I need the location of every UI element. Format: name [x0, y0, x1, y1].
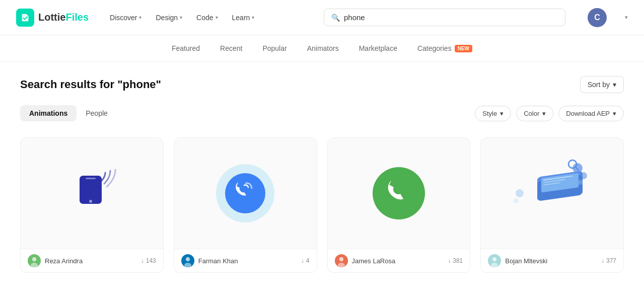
subnav: Featured Recent Popular Animators Market…	[0, 35, 644, 62]
subnav-animators[interactable]: Animators	[307, 42, 339, 54]
search-wrapper: 🔍	[324, 9, 565, 26]
card-2-preview	[174, 138, 317, 249]
card-3[interactable]: James LaRosa ↓ 381	[327, 137, 471, 273]
search-header: Search results for "phone" Sort by ▾	[20, 76, 624, 93]
tab-animations[interactable]: Animations	[20, 105, 77, 121]
card-4-avatar	[488, 254, 501, 267]
subnav-marketplace[interactable]: Marketplace	[359, 42, 397, 54]
download-icon: ↓	[141, 257, 144, 264]
svg-point-10	[373, 167, 425, 219]
search-title: Search results for "phone"	[20, 78, 161, 91]
card-4[interactable]: Bojan Mltevski ↓ 377	[480, 137, 624, 273]
sort-chevron-icon: ▾	[613, 81, 616, 89]
main-content: Search results for "phone" Sort by ▾ Ani…	[0, 62, 644, 287]
filter-buttons: Style ▾ Color ▾ Download AEP ▾	[475, 106, 624, 121]
phone-icon-2	[212, 161, 278, 226]
card-3-avatar	[335, 254, 348, 267]
download-aep-filter[interactable]: Download AEP ▾	[558, 106, 624, 121]
svg-point-24	[514, 198, 519, 203]
download-icon-4: ↓	[601, 257, 604, 264]
svg-point-8	[186, 257, 190, 261]
card-3-author: James LaRosa	[335, 254, 396, 267]
card-1-preview	[21, 138, 163, 249]
subnav-categories[interactable]: Categories NEW	[417, 42, 472, 54]
card-4-footer: Bojan Mltevski ↓ 377	[481, 249, 623, 272]
card-4-author: Bojan Mltevski	[488, 254, 547, 267]
svg-point-6	[225, 173, 265, 213]
card-1-author: Reza Arindra	[28, 254, 83, 267]
svg-rect-0	[86, 178, 96, 179]
subnav-popular[interactable]: Popular	[262, 42, 287, 54]
card-2-footer: Farman Khan ↓ 4	[174, 249, 317, 272]
search-input[interactable]	[344, 13, 558, 22]
phone-icon-3	[366, 161, 432, 226]
logo-icon	[16, 9, 34, 27]
download-icon-3: ↓	[448, 257, 451, 264]
code-chevron-icon: ▾	[216, 15, 218, 20]
search-box: 🔍	[324, 9, 565, 26]
design-chevron-icon: ▾	[180, 15, 182, 20]
svg-point-12	[339, 257, 343, 261]
user-avatar[interactable]: C	[588, 8, 607, 27]
logo[interactable]: LottieFiles	[16, 9, 89, 27]
discover-chevron-icon: ▾	[139, 15, 141, 20]
header: LottieFiles Discover ▾ Design ▾ Code ▾ L…	[0, 0, 644, 35]
subnav-featured[interactable]: Featured	[172, 42, 200, 54]
svg-point-1	[89, 200, 92, 203]
download-aep-chevron-icon: ▾	[613, 110, 616, 117]
new-badge: NEW	[455, 45, 472, 52]
phone-icon-1	[64, 166, 119, 221]
card-1-footer: Reza Arindra ↓ 143	[21, 249, 163, 272]
color-chevron-icon: ▾	[542, 110, 546, 117]
card-4-preview	[481, 138, 623, 249]
avatar-chevron-icon[interactable]: ▾	[625, 14, 628, 21]
card-4-downloads: ↓ 377	[601, 257, 616, 264]
tab-people[interactable]: People	[77, 105, 117, 121]
card-3-downloads: ↓ 381	[448, 257, 463, 264]
style-filter[interactable]: Style ▾	[475, 106, 511, 121]
nav-discover[interactable]: Discover ▾	[105, 11, 147, 25]
color-filter[interactable]: Color ▾	[516, 106, 553, 121]
svg-point-22	[578, 180, 583, 185]
filter-row: Animations People Style ▾ Color ▾ Downlo…	[20, 105, 624, 121]
sort-button[interactable]: Sort by ▾	[580, 76, 624, 93]
style-chevron-icon: ▾	[500, 110, 504, 117]
card-1-downloads: ↓ 143	[141, 257, 156, 264]
svg-point-3	[32, 257, 36, 261]
card-2-avatar	[181, 254, 194, 267]
card-1[interactable]: Reza Arindra ↓ 143	[20, 137, 164, 273]
card-1-avatar	[28, 254, 41, 267]
card-2[interactable]: Farman Khan ↓ 4	[174, 137, 317, 273]
tab-group: Animations People	[20, 105, 117, 121]
nav-learn[interactable]: Learn ▾	[227, 11, 260, 25]
search-icon: 🔍	[331, 14, 340, 22]
nav-code[interactable]: Code ▾	[191, 11, 223, 25]
card-3-preview	[328, 138, 470, 249]
phone-isometric-icon	[507, 153, 598, 234]
subnav-recent[interactable]: Recent	[220, 42, 242, 54]
nav-design[interactable]: Design ▾	[151, 11, 187, 25]
card-3-footer: James LaRosa ↓ 381	[328, 249, 470, 272]
cards-grid: Reza Arindra ↓ 143	[20, 137, 624, 273]
card-2-downloads: ↓ 4	[301, 257, 310, 264]
card-2-author: Farman Khan	[181, 254, 238, 267]
svg-point-21	[580, 172, 587, 179]
learn-chevron-icon: ▾	[252, 15, 254, 20]
svg-point-28	[492, 257, 496, 261]
svg-point-23	[516, 189, 524, 197]
download-icon-2: ↓	[301, 257, 304, 264]
main-nav: Discover ▾ Design ▾ Code ▾ Learn ▾	[105, 11, 259, 25]
